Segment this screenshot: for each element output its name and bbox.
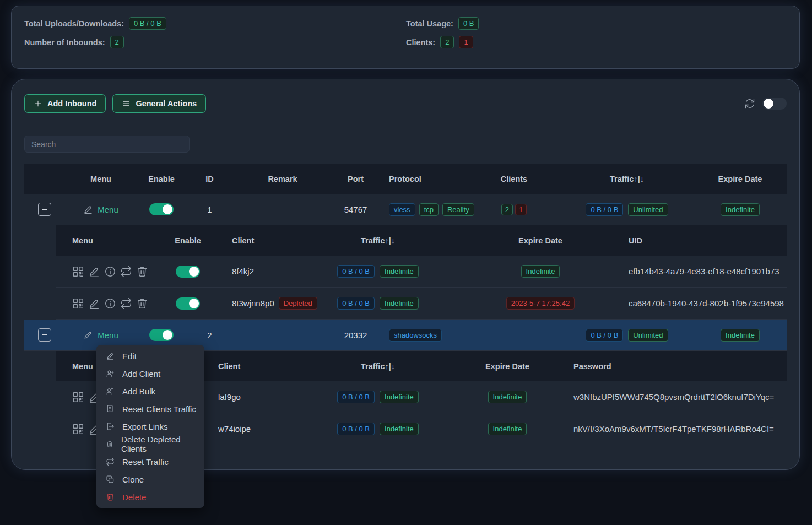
- dark-mode-toggle[interactable]: [762, 98, 787, 110]
- col-header-expire-date: Expire Date: [693, 175, 787, 183]
- qrcode-icon: [72, 391, 84, 403]
- menu-item-label: Delete: [122, 492, 146, 502]
- stat-number-of-inbounds: Number of Inbounds: 2: [24, 36, 406, 48]
- traffic-cell: 0 B / 0 B Indefinite: [304, 265, 452, 278]
- pencil-icon: [83, 204, 93, 214]
- expire-tag: Indefinite: [488, 391, 527, 403]
- clients-active-tag: 2: [501, 204, 513, 215]
- client-password: w3NfbzUPf5WWd745Q8pvsmQrdrttT2lO6knuI7Di…: [573, 392, 787, 402]
- inbound-menu-button[interactable]: Menu: [83, 330, 118, 340]
- protocol-tag: vless: [389, 203, 415, 216]
- client-enable-toggle[interactable]: [176, 297, 200, 310]
- stat-clients: Clients: 2 1: [406, 36, 479, 48]
- qr-code-button[interactable]: [72, 266, 84, 278]
- traffic-tag: 0 B / 0 B: [586, 329, 623, 342]
- expire-tag: 2023-5-7 17:25:42: [506, 297, 575, 310]
- menu-label: Menu: [98, 331, 118, 340]
- expire-cell: 2023-5-7 17:25:42: [452, 297, 629, 310]
- client-info-button[interactable]: [104, 266, 116, 278]
- transport-tag: tcp: [419, 203, 439, 216]
- qr-code-button[interactable]: [72, 423, 84, 435]
- menu-item-label: Add Client: [122, 369, 160, 378]
- col-header-id: ID: [186, 175, 233, 183]
- qr-code-button[interactable]: [72, 391, 84, 403]
- repeat-icon: [120, 266, 132, 278]
- search-input[interactable]: [24, 136, 190, 153]
- toolbar: Add Inbound General Actions: [24, 94, 787, 113]
- stat-value-tag: 0 B: [458, 17, 479, 30]
- menu-item-add-bulk[interactable]: Add Bulk: [96, 382, 204, 400]
- delete-client-button[interactable]: [136, 266, 148, 278]
- traffic-tag: 0 B / 0 B: [586, 203, 623, 216]
- menu-item-clone[interactable]: Clone: [96, 470, 204, 488]
- qrcode-icon: [72, 266, 84, 278]
- col-header-traffic[interactable]: Traffic↑|↓: [561, 175, 693, 183]
- client-password: nkV/I/3XoAm9v6xMT/T5IcrF4TpeTKF98rHARbRo…: [573, 424, 787, 434]
- stat-label: Total Usage:: [406, 19, 453, 28]
- client-name-cell: 8t3wjnn8p0 Depleted: [215, 297, 304, 310]
- qrcode-icon: [72, 423, 84, 435]
- expire-cell: Indefinite: [693, 329, 787, 342]
- trash-icon: [136, 297, 148, 310]
- traffic-tag: 0 B / 0 B: [337, 297, 375, 310]
- hamburger-icon: [122, 99, 131, 108]
- col-header-traffic[interactable]: Traffic↑|↓: [304, 236, 452, 245]
- traffic-limit-tag: Indefinite: [380, 391, 419, 403]
- protocol-tag: shadowsocks: [389, 329, 442, 342]
- toggle-knob: [163, 204, 172, 214]
- menu-item-add-client[interactable]: Add Client: [96, 365, 204, 382]
- menu-item-label: Delete Depleted Clients: [121, 435, 198, 453]
- menu-item-reset-clients-traffic[interactable]: Reset Clients Traffic: [96, 400, 204, 418]
- enable-toggle[interactable]: [149, 203, 174, 215]
- enable-toggle[interactable]: [149, 329, 174, 341]
- client-enable-toggle[interactable]: [176, 266, 200, 278]
- menu-item-export-links[interactable]: Export Links: [96, 418, 204, 435]
- delete-client-button[interactable]: [136, 297, 148, 310]
- trash-icon: [136, 266, 148, 278]
- inbound-menu-button[interactable]: Menu: [83, 204, 118, 214]
- enable-cell: [137, 203, 186, 215]
- menu-item-reset-traffic[interactable]: Reset Traffic: [96, 453, 204, 470]
- traffic-limit-tag: Unlimited: [628, 203, 668, 216]
- minus-icon: [42, 209, 47, 210]
- menu-item-label: Reset Traffic: [122, 457, 169, 467]
- stat-value-tag: 2: [110, 36, 124, 48]
- col-header-menu: Menu: [65, 175, 137, 183]
- repeat-icon: [120, 297, 132, 310]
- add-inbound-button[interactable]: Add Inbound: [24, 94, 106, 113]
- inbound-row-1: Menu 1 54767 vless tcp Reality 2 1: [24, 194, 787, 225]
- expire-cell: Indefinite: [452, 265, 629, 278]
- traffic-limit-tag: Indefinite: [380, 423, 419, 435]
- collapse-row-button[interactable]: [38, 328, 51, 342]
- general-actions-button[interactable]: General Actions: [112, 94, 206, 113]
- traffic-cell: 0 B / 0 B Unlimited: [561, 203, 693, 216]
- reset-client-traffic-button[interactable]: [120, 266, 132, 278]
- traffic-limit-tag: Unlimited: [628, 329, 668, 342]
- menu-cell: Menu: [65, 204, 137, 214]
- protocol-cell: shadowsocks: [379, 329, 467, 342]
- clients-table-header: Menu Enable Client Traffic↑|↓ Expire Dat…: [56, 225, 787, 256]
- edit-client-button[interactable]: [88, 266, 100, 278]
- collapse-row-button[interactable]: [38, 203, 51, 216]
- menu-item-edit[interactable]: Edit: [96, 347, 204, 365]
- id-cell: 2: [186, 331, 233, 340]
- col-header-traffic[interactable]: Traffic↑|↓: [315, 362, 441, 371]
- menu-cell: Menu: [65, 330, 137, 340]
- traffic-cell: 0 B / 0 B Indefinite: [315, 423, 441, 435]
- menu-item-label: Export Links: [122, 422, 168, 431]
- menu-label: Menu: [98, 205, 118, 214]
- toggle-knob: [764, 99, 773, 109]
- menu-item-label: Add Bulk: [122, 387, 155, 396]
- col-header-expire-date: Expire Date: [452, 236, 629, 245]
- qr-code-button[interactable]: [72, 297, 84, 310]
- reset-client-traffic-button[interactable]: [120, 297, 132, 310]
- inbounds-page: Total Uploads/Downloads: 0 B / 0 B Numbe…: [0, 0, 812, 525]
- client-info-button[interactable]: [104, 297, 116, 310]
- menu-item-delete-depleted-clients[interactable]: Delete Depleted Clients: [96, 435, 204, 453]
- menu-item-delete[interactable]: Delete: [96, 488, 204, 506]
- edit-client-button[interactable]: [88, 297, 100, 310]
- menu-item-label: Clone: [122, 475, 144, 484]
- refresh-icon[interactable]: [744, 98, 755, 109]
- stat-label: Clients:: [406, 38, 435, 47]
- client-row-8f4kj2: 8f4kj2 0 B / 0 B Indefinite Indefinite e…: [56, 256, 787, 288]
